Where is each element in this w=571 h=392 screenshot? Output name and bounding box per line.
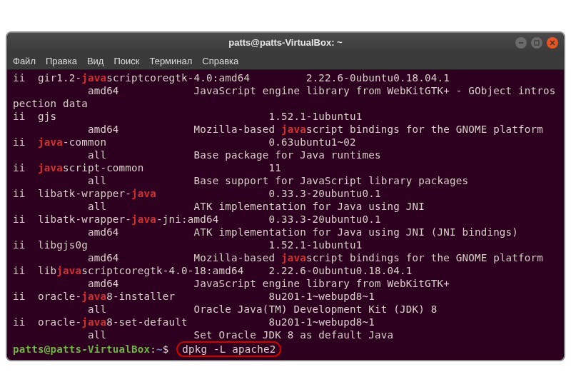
menubar: Файл Правка Вид Поиск Терминал Справка (7, 53, 564, 70)
prompt-user: patts@patts-VirtualBox (13, 343, 150, 355)
terminal-window: patts@patts-VirtualBox: ~ Файл Правка Ви… (6, 31, 565, 361)
menu-terminal[interactable]: Терминал (149, 56, 192, 66)
row: ii oracle-java8-installer 8u201-1~webupd… (13, 291, 437, 315)
maximize-button[interactable] (531, 37, 542, 49)
close-button[interactable] (547, 37, 558, 49)
row: ii gjs 1.52.1-1ubuntu1 amd64 Mozilla-bas… (13, 111, 543, 135)
row: ii libjavascriptcoregtk-4.0-18:amd64 2.2… (13, 265, 450, 289)
row: ii libatk-wrapper-java 0.33.3-20ubuntu0.… (13, 188, 425, 212)
terminal-body[interactable]: ii gir1.2-javascriptcoregtk-4.0:amd64 2.… (7, 70, 564, 360)
row: ii java-common 0.63ubuntu1~02 all Base p… (13, 136, 381, 161)
window-title: patts@patts-VirtualBox: ~ (13, 37, 558, 48)
prompt-line: patts@patts-VirtualBox:~$ dpkg -L apache… (13, 343, 281, 355)
svg-rect-1 (535, 41, 539, 45)
menu-file[interactable]: Файл (13, 56, 36, 66)
prompt-path: ~ (156, 343, 163, 355)
row: ii oracle-java8-set-default 8u201-1~webu… (13, 316, 393, 341)
menu-view[interactable]: Вид (87, 56, 104, 66)
row: ii libgjs0g 1.52.1-1ubuntu1 amd64 Mozill… (13, 239, 543, 263)
menu-help[interactable]: Справка (202, 56, 238, 66)
row: ii gir1.2-javascriptcoregtk-4.0:amd64 2.… (13, 72, 556, 109)
menu-edit[interactable]: Правка (46, 56, 77, 66)
row: ii libatk-wrapper-java-jni:amd64 0.33.3-… (13, 213, 518, 238)
highlighted-command: dpkg -L apache2 (176, 341, 281, 357)
menu-search[interactable]: Поиск (113, 56, 139, 66)
minimize-button[interactable] (515, 37, 527, 49)
titlebar[interactable]: patts@patts-VirtualBox: ~ (7, 33, 564, 53)
window-controls (515, 37, 558, 49)
row: ii javascript-common 11 all Base support… (13, 162, 468, 186)
command-text: dpkg -L apache2 (182, 343, 276, 355)
